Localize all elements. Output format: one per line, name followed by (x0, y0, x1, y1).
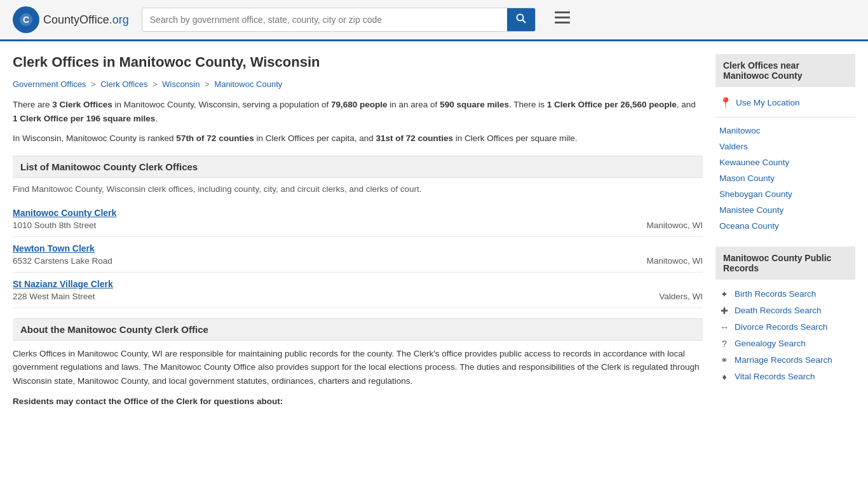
about-section-text: Clerks Offices in Manitowoc County, WI a… (13, 347, 703, 388)
clerk-address: 228 West Main Street (13, 292, 95, 301)
sidebar-marriage-records[interactable]: ⚭ Marriage Records Search (715, 352, 855, 369)
clerk-address: 6532 Carstens Lake Road (13, 256, 112, 266)
sidebar-item-valders[interactable]: Valders (715, 139, 855, 154)
breadcrumb-manitowoc-county[interactable]: Manitowoc County (214, 79, 282, 89)
clerk-city: Manitowoc, WI (646, 243, 703, 266)
table-row: St Nazianz Village Clerk 228 West Main S… (13, 273, 703, 308)
about-section-header: About the Manitowoc County Clerk Office (13, 318, 703, 341)
sidebar-item-sheboygan[interactable]: Sheboygan County (715, 186, 855, 202)
location-pin-icon: 📍 (719, 97, 732, 109)
site-logo[interactable]: C CountyOffice.org (13, 6, 129, 33)
clerk-item-left: Newton Town Clerk 6532 Carstens Lake Roa… (13, 243, 644, 266)
breadcrumb: Government Offices > Clerk Offices > Wis… (13, 79, 703, 89)
svg-rect-7 (555, 22, 570, 24)
description-para-2: In Wisconsin, Manitowoc County is ranked… (13, 132, 703, 146)
clerk-list: Manitowoc County Clerk 1010 South 8th St… (13, 201, 703, 308)
logo-icon: C (13, 6, 39, 33)
page-title: Clerk Offices in Manitowoc County, Wisco… (13, 54, 703, 71)
sidebar-death-records[interactable]: ✚ Death Records Search (715, 302, 855, 319)
clerk-name-stnazianz[interactable]: St Nazianz Village Clerk (13, 279, 656, 289)
clerk-item-left: St Nazianz Village Clerk 228 West Main S… (13, 279, 656, 301)
table-row: Manitowoc County Clerk 1010 South 8th St… (13, 201, 703, 237)
sidebar-divorce-records[interactable]: ↔ Divorce Records Search (715, 319, 855, 336)
site-header: C CountyOffice.org (0, 0, 868, 41)
breadcrumb-clerk-offices[interactable]: Clerk Offices (100, 79, 147, 89)
vital-icon: ♦ (719, 372, 729, 382)
breadcrumb-government-offices[interactable]: Government Offices (13, 79, 86, 89)
search-button[interactable] (507, 8, 535, 31)
svg-rect-5 (555, 11, 570, 13)
main-layout: Clerk Offices in Manitowoc County, Wisco… (0, 41, 868, 427)
birth-icon: ✦ (719, 289, 729, 299)
sidebar-genealogy[interactable]: ? Genealogy Search (715, 336, 855, 352)
clerk-city: Manitowoc, WI (646, 208, 703, 230)
breadcrumb-wisconsin[interactable]: Wisconsin (162, 79, 200, 89)
death-icon: ✚ (719, 306, 729, 316)
clerk-city: Valders, WI (659, 279, 703, 301)
search-area (142, 8, 536, 32)
divorce-icon: ↔ (719, 322, 729, 332)
sidebar-records-section: Manitowoc County Public Records ✦ Birth … (715, 247, 855, 385)
logo-text: CountyOffice.org (43, 13, 129, 27)
clerk-item-left: Manitowoc County Clerk 1010 South 8th St… (13, 208, 644, 230)
sidebar-item-oceana[interactable]: Oceana County (715, 218, 855, 234)
sidebar-vital-records[interactable]: ♦ Vital Records Search (715, 369, 855, 385)
search-input[interactable] (142, 8, 507, 31)
svg-rect-6 (555, 17, 570, 18)
sidebar-birth-records[interactable]: ✦ Birth Records Search (715, 286, 855, 302)
description-para-1: There are 3 Clerk Offices in Manitowoc C… (13, 98, 703, 125)
sidebar-item-kewaunee[interactable]: Kewaunee County (715, 154, 855, 170)
sidebar-divider (715, 117, 855, 118)
content-area: Clerk Offices in Manitowoc County, Wisco… (13, 54, 703, 414)
sidebar-item-mason[interactable]: Mason County (715, 170, 855, 186)
sidebar: Clerk Offices near Manitowoc County 📍 Us… (715, 54, 855, 414)
marriage-icon: ⚭ (719, 355, 729, 365)
genealogy-icon: ? (719, 339, 729, 349)
svg-text:C: C (23, 15, 29, 25)
sidebar-item-manistee[interactable]: Manistee County (715, 202, 855, 218)
list-section-desc: Find Manitowoc County, Wisconsin clerk o… (13, 184, 703, 194)
use-location-link[interactable]: 📍 Use My Location (715, 93, 855, 112)
table-row: Newton Town Clerk 6532 Carstens Lake Roa… (13, 237, 703, 273)
sidebar-records-header: Manitowoc County Public Records (715, 247, 855, 280)
sidebar-nearby-header: Clerk Offices near Manitowoc County (715, 54, 855, 87)
clerk-name-manitowoc[interactable]: Manitowoc County Clerk (13, 208, 644, 218)
svg-point-3 (517, 15, 523, 21)
clerk-name-newton[interactable]: Newton Town Clerk (13, 243, 644, 254)
svg-line-4 (522, 20, 526, 24)
menu-button[interactable] (555, 11, 570, 28)
clerk-address: 1010 South 8th Street (13, 220, 96, 230)
sidebar-item-manitowoc[interactable]: Manitowoc (715, 123, 855, 139)
list-section-header: List of Manitowoc County Clerk Offices (13, 156, 703, 178)
about-section-residents: Residents may contact the Office of the … (13, 395, 703, 409)
